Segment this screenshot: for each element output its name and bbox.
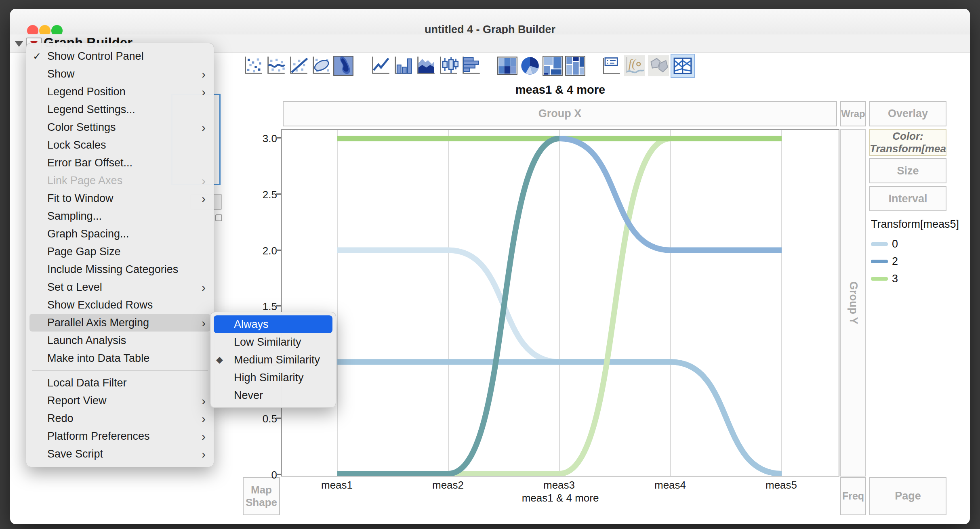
drop-zone-color[interactable]: Color: Transform[mea <box>869 129 946 156</box>
heatmap-icon[interactable] <box>497 55 518 76</box>
legend-swatch <box>871 260 888 263</box>
y-tick-mark <box>276 474 281 475</box>
caption-box-icon[interactable] <box>600 55 621 76</box>
scatter-points-icon[interactable] <box>242 55 263 76</box>
y-tick-mark <box>276 137 281 139</box>
menu-item-make-into-data-table[interactable]: Make into Data Table <box>26 349 214 367</box>
y-tick: 1.5 <box>249 300 277 313</box>
mosaic-icon[interactable] <box>565 55 586 76</box>
menu-item-error-bar-offset[interactable]: Error Bar Offset... <box>26 154 214 172</box>
titlebar[interactable]: untitled 4 - Graph Builder <box>10 9 970 34</box>
chevron-right-icon: › <box>202 69 206 80</box>
menu-item-parallel-axis-merging[interactable]: Parallel Axis Merging› <box>29 314 210 332</box>
legend-item[interactable]: 2 <box>871 256 898 267</box>
chevron-right-icon: › <box>202 395 206 406</box>
drop-zone-wrap[interactable]: Wrap <box>840 101 866 126</box>
drop-zone-group-y[interactable]: Group Y <box>840 129 866 477</box>
formula-icon[interactable]: f( <box>624 55 645 76</box>
y-tick: 2.5 <box>249 189 277 201</box>
menu-item-save-script[interactable]: Save Script› <box>26 445 214 463</box>
menu-item-page-gap-size[interactable]: Page Gap Size <box>26 243 214 260</box>
desktop: untitled 4 - Graph Builder Graph Builder <box>0 0 980 529</box>
drop-zone-map-shape[interactable]: Map Shape <box>243 477 280 515</box>
area-chart-icon[interactable] <box>415 55 436 76</box>
menu-item-platform-preferences[interactable]: Platform Preferences› <box>26 427 214 445</box>
treemap-icon[interactable] <box>542 55 563 76</box>
x-tick: meas1 <box>305 479 369 491</box>
menu-item-fit-to-window[interactable]: Fit to Window› <box>26 189 214 207</box>
menu-item-link-page-axes: Link Page Axes› <box>26 172 214 189</box>
legend-item[interactable]: 3 <box>871 273 898 284</box>
submenu-item-medium-similarity[interactable]: ◆Medium Similarity <box>210 351 336 369</box>
y-tick: 0 <box>249 469 277 481</box>
menu-item-graph-spacing[interactable]: Graph Spacing... <box>26 225 214 243</box>
y-tick: 3.0 <box>249 132 277 145</box>
parallel-axis-merging-submenu: Always Low Similarity ◆Medium Similarity… <box>210 312 336 408</box>
legend-swatch <box>871 277 888 281</box>
bar-chart-icon[interactable] <box>392 55 413 76</box>
chevron-right-icon: › <box>202 86 206 97</box>
menu-item-report-view[interactable]: Report View› <box>26 392 214 409</box>
menu-item-launch-analysis[interactable]: Launch Analysis <box>26 332 214 349</box>
drop-zone-group-x[interactable]: Group X <box>283 101 837 126</box>
drop-zone-interval[interactable]: Interval <box>869 186 946 211</box>
line-of-fit-icon[interactable] <box>288 55 309 76</box>
legend-title: Transform[meas5] <box>871 218 959 231</box>
parallel-plot-icon[interactable] <box>671 54 695 78</box>
menu-item-show[interactable]: Show› <box>26 65 214 83</box>
x-tick: meas2 <box>416 479 480 491</box>
control-panel-checkbox[interactable] <box>215 214 222 221</box>
menu-item-color-settings[interactable]: Color Settings› <box>26 118 214 136</box>
drop-zone-size[interactable]: Size <box>869 158 946 183</box>
y-tick-mark <box>276 193 281 195</box>
menu-item-redo[interactable]: Redo› <box>26 409 214 427</box>
submenu-item-always[interactable]: Always <box>214 315 332 333</box>
box-plot-icon[interactable] <box>437 55 458 76</box>
menu-item-local-data-filter[interactable]: Local Data Filter <box>26 374 214 392</box>
chevron-right-icon: › <box>202 431 206 442</box>
map-shape-icon[interactable] <box>648 55 669 76</box>
chevron-right-icon: › <box>202 122 206 133</box>
legend-swatch <box>871 242 888 246</box>
chevron-right-icon: › <box>202 175 206 186</box>
menu-item-set-alpha-level[interactable]: Set α Level› <box>26 278 214 296</box>
red-triangle-menu: ✓Show Control Panel Show› Legend Positio… <box>26 43 214 467</box>
chevron-right-icon: › <box>202 282 206 293</box>
menu-item-show-control-panel[interactable]: ✓Show Control Panel <box>26 47 214 65</box>
plot-area[interactable] <box>281 129 839 477</box>
histogram-icon[interactable] <box>460 55 481 76</box>
chevron-right-icon: › <box>202 317 206 328</box>
y-tick: 2.0 <box>249 245 277 257</box>
menu-item-lock-scales[interactable]: Lock Scales <box>26 136 214 154</box>
y-tick-mark <box>276 418 281 419</box>
diamond-marker-icon: ◆ <box>216 355 234 365</box>
smoother-icon[interactable] <box>265 55 286 76</box>
drop-zone-freq[interactable]: Freq <box>840 477 866 515</box>
y-tick-mark <box>276 305 281 306</box>
x-tick: meas4 <box>638 479 702 491</box>
x-tick: meas5 <box>749 479 814 491</box>
chevron-right-icon: › <box>202 413 206 424</box>
menu-item-sampling[interactable]: Sampling... <box>26 207 214 225</box>
submenu-item-low-similarity[interactable]: Low Similarity <box>210 333 336 351</box>
svg-text:f(: f( <box>629 57 637 70</box>
y-tick-mark <box>276 250 281 251</box>
menu-item-show-excluded-rows[interactable]: Show Excluded Rows <box>26 296 214 314</box>
ellipse-icon[interactable] <box>310 55 331 76</box>
x-axis-title: meas1 & 4 more <box>281 492 839 504</box>
submenu-item-never[interactable]: Never <box>210 386 336 404</box>
menu-item-legend-position[interactable]: Legend Position› <box>26 83 214 101</box>
x-tick: meas3 <box>527 479 591 491</box>
disclosure-triangle-icon[interactable] <box>15 41 23 47</box>
drop-zone-overlay[interactable]: Overlay <box>869 101 946 126</box>
submenu-item-high-similarity[interactable]: High Similarity <box>210 369 336 386</box>
legend-item[interactable]: 0 <box>871 238 898 250</box>
pie-chart-icon[interactable] <box>519 55 540 76</box>
drop-zone-page[interactable]: Page <box>869 477 946 515</box>
contour-icon[interactable] <box>333 55 354 76</box>
chevron-right-icon: › <box>202 193 206 204</box>
line-chart-icon[interactable] <box>370 55 391 76</box>
menu-item-include-missing-categories[interactable]: Include Missing Categories <box>26 260 214 278</box>
checkmark-icon: ✓ <box>33 50 47 62</box>
menu-item-legend-settings[interactable]: Legend Settings... <box>26 101 214 118</box>
